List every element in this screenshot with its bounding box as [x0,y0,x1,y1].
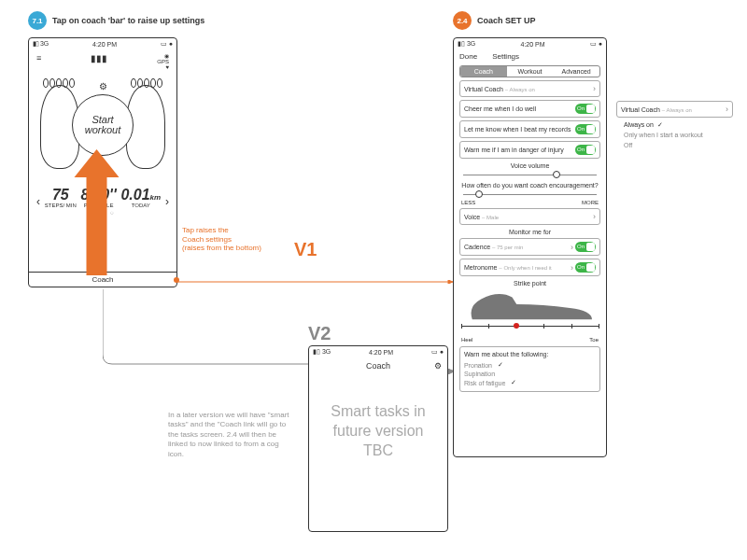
clock: 4:20 PM [369,349,393,356]
badge-7-1: 7.1 [28,11,47,30]
row-cadence[interactable]: Cadence – 75 per min› [459,238,600,256]
row-injury[interactable]: Warn me if I am in danger of injury [459,141,600,159]
gps-heart[interactable]: ◉GPS♥ [157,53,169,70]
signal-label: ▮▯ 3G [33,40,49,48]
section-7-1-header: 7.1 Tap on coach 'bar' to raise up setti… [28,11,204,30]
signal-label: ▮▯ 3G [313,348,331,356]
gear-icon[interactable]: ⚙ [99,81,107,91]
slider-volume[interactable] [463,171,597,178]
check-icon: ✓ [657,121,663,128]
label-voice-volume: Voice volume [454,162,606,169]
chevron-right-icon[interactable]: › [165,195,169,208]
check-icon: ✓ [511,379,516,386]
warn-pronation[interactable]: Pronation✓ [464,360,596,370]
phone-workout: ▮▯ 3G 4:20 PM ▭ ● ≡ ▮▮▮ ◉GPS♥ ⚙ Start wo… [28,37,177,287]
row-voice[interactable]: Voice – Male› [459,208,600,225]
done-button[interactable]: Done [459,52,477,61]
warn-box: Warn me about the following: Pronation✓ … [459,346,600,392]
warn-supination[interactable]: Supination [464,370,596,378]
coach-title: Coach [366,361,390,371]
row-metronome[interactable]: Metronome – Only when I need it› [459,259,600,276]
segmented-control[interactable]: Coach Workout Advanced [459,65,600,77]
toggle-on[interactable] [575,242,596,252]
start-workout-button[interactable]: Start workout [72,94,134,156]
chevron-right-icon: › [593,212,596,221]
gear-icon[interactable]: ⚙ [434,361,442,371]
section-2-4-title: Coach SET UP [477,16,536,25]
status-bar: ▮▯ 3G 4:20 PM ▭ ● [454,38,606,49]
tab-workout[interactable]: Workout [507,66,554,77]
bars-icon[interactable]: ▮▮▮ [91,53,107,63]
badge-2-4: 2.4 [453,11,472,30]
status-right: ▭ ● [161,40,173,48]
chevron-right-icon: › [726,105,728,114]
toggle-on[interactable] [575,262,596,273]
toggle-on[interactable] [575,124,596,134]
row-virtual-coach[interactable]: Virtual Coach – Always on › [459,80,600,97]
phone-settings: ▮▯ 3G 4:20 PM ▭ ● Done Settings Coach Wo… [453,37,607,457]
virtual-coach-popover: Virtual Coach – Always on › Always on ✓ … [616,101,733,151]
option-workout-only[interactable]: Only when I start a workout [624,130,733,140]
toggle-on[interactable] [575,145,596,155]
toggle-on[interactable] [575,104,596,114]
annotation-tap-raises: Tap raises the Coach settings (raises fr… [182,226,261,253]
status-bar: ▮▯ 3G 4:20 PM ▭ ● [29,38,176,49]
tab-coach[interactable]: Coach [460,66,507,77]
chevron-right-icon: › [593,84,596,93]
label-encouragement: How often do you want coach encouragemen… [454,182,606,189]
metrics-row: ‹ 75STEPS/ MIN 8'40''PACE/MILE 0.01kmTOD… [35,188,171,208]
warn-fatigue[interactable]: Risk of fatigue✓ [464,378,596,387]
row-cheer[interactable]: Cheer me when I do well [459,100,600,118]
option-always-on[interactable]: Always on ✓ [624,119,733,130]
settings-title: Settings [477,52,600,61]
page-dots[interactable]: ● ○ ○ [35,210,171,216]
coach-header: Coach ⚙ [309,357,447,374]
popover-row[interactable]: Virtual Coach – Always on › [616,101,733,118]
tab-advanced[interactable]: Advanced [553,66,599,77]
row-records[interactable]: Let me know when I beat my records [459,120,600,138]
section-2-4-header: 2.4 Coach SET UP [453,11,536,30]
placeholder-text: Smart tasks in future version TBC [309,374,447,488]
shoe-icon [461,288,599,324]
clock: 4:20 PM [92,41,117,48]
label-v1: V1 [294,239,317,260]
metric-steps: 75STEPS/ MIN [45,188,77,208]
option-off[interactable]: Off [624,140,733,150]
coach-bar[interactable]: Coach [29,272,176,287]
warn-header: Warn me about the following: [464,351,596,357]
status-bar: ▮▯ 3G 4:20 PM ▭ ● [309,346,447,357]
slider-encouragement[interactable] [463,190,597,198]
note-v2: In a later version we will have "smart t… [168,411,289,459]
metric-distance: 0.01kmTODAY [120,188,161,208]
start-line2: workout [85,125,121,135]
label-monitor: Monitor me for [454,229,606,235]
strike-scale[interactable] [461,326,599,337]
phone-coach-v2: ▮▯ 3G 4:20 PM ▭ ● Coach ⚙ Smart tasks in… [308,345,448,532]
menu-icon[interactable]: ≡ [36,53,41,63]
feet-illustration: ⚙ Start workout [35,74,171,186]
chevron-left-icon[interactable]: ‹ [36,195,40,208]
strike-marker[interactable] [514,323,519,329]
section-7-1-title: Tap on coach 'bar' to raise up settings [52,16,204,25]
metric-pace: 8'40''PACE/MILE [81,188,117,208]
label-strike: Strike point [454,280,606,287]
check-icon: ✓ [498,361,503,369]
